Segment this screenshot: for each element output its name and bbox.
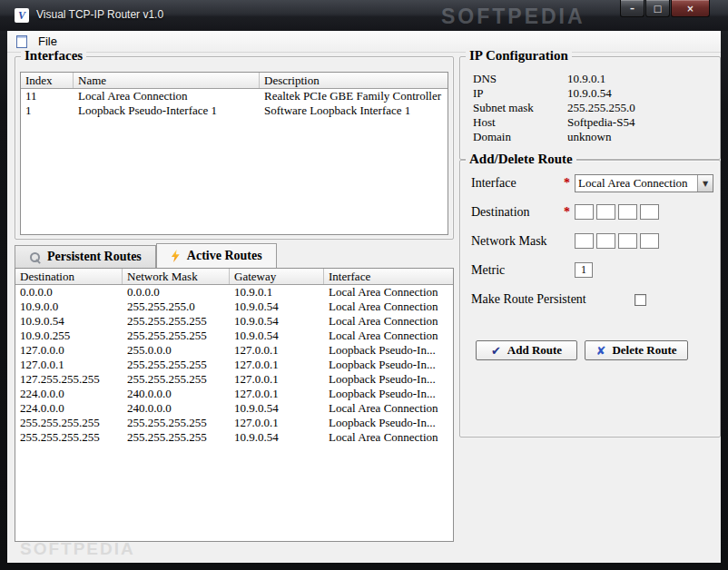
delete-route-button[interactable]: ✘ Delete Route	[585, 340, 688, 360]
route-row[interactable]: 127.0.0.0 255.0.0.0 127.0.0.1 Loopback P…	[15, 343, 453, 358]
table-cell: Loopback Pseudo-Interface 1	[74, 103, 260, 118]
client-area: File SOFTPEDIA Interfaces Index Name Des…	[7, 31, 721, 563]
chevron-down-icon[interactable]: ▼	[697, 175, 713, 192]
add-route-button[interactable]: ✔ Add Route	[476, 340, 577, 360]
table-cell: Local Area Connection	[324, 430, 453, 445]
table-cell: Loopback Pseudo-In...	[324, 343, 453, 358]
table-cell: 255.255.255.255	[123, 430, 230, 445]
interfaces-title: Interfaces	[21, 48, 86, 64]
make-route-persistent-label: Make Route Persistent	[471, 292, 586, 307]
ip-configuration-title: IP Configuration	[466, 48, 572, 64]
route-row[interactable]: 224.0.0.0 240.0.0.0 127.0.0.1 Loopback P…	[15, 387, 453, 401]
ip-field-label: Subnet mask	[473, 101, 567, 115]
ip-configuration-fields: DNS 10.9.0.1 IP 10.9.0.54 Subnet mask 25…	[473, 72, 713, 144]
route-row[interactable]: 0.0.0.0 0.0.0.0 10.9.0.1 Local Area Conn…	[15, 285, 453, 300]
ip-config-row: IP 10.9.0.54	[473, 86, 713, 101]
column-header-network-mask[interactable]: Network Mask	[123, 269, 230, 284]
route-row[interactable]: 127.0.0.1 255.255.255.255 127.0.0.1 Loop…	[15, 358, 453, 372]
table-cell: 10.9.0.1	[230, 285, 324, 300]
interface-label: Interface	[471, 176, 516, 191]
metric-input[interactable]	[575, 262, 593, 278]
magnifier-icon	[29, 251, 41, 263]
table-cell: 224.0.0.0	[15, 387, 123, 401]
table-cell: 10.9.0.54	[230, 401, 324, 416]
required-marker: *	[564, 205, 570, 220]
table-cell: Software Loopback Interface 1	[260, 103, 448, 118]
table-cell: 127.255.255.255	[15, 372, 123, 387]
table-cell: 224.0.0.0	[15, 401, 123, 416]
route-row[interactable]: 10.9.0.0 255.255.255.0 10.9.0.54 Local A…	[15, 300, 453, 314]
minimize-button[interactable]: –	[620, 0, 644, 17]
network-mask-octet-1[interactable]	[575, 233, 594, 249]
ip-field-value: unknown	[567, 130, 713, 144]
destination-octet-1[interactable]	[575, 204, 594, 220]
document-icon	[16, 35, 27, 48]
column-header-index[interactable]: Index	[21, 73, 74, 88]
table-cell: 127.0.0.1	[15, 358, 123, 372]
ip-field-value: 255.255.255.0	[567, 101, 713, 115]
table-cell: 10.9.0.54	[230, 329, 324, 343]
interface-select[interactable]: Local Area Connection ▼	[575, 174, 713, 192]
network-mask-octets	[575, 233, 659, 249]
interface-row[interactable]: 1 Loopback Pseudo-Interface 1 Software L…	[21, 103, 448, 118]
table-cell: 127.0.0.1	[230, 387, 324, 401]
destination-label: Destination	[471, 205, 530, 220]
delete-route-label: Delete Route	[612, 343, 676, 358]
ip-field-value: 10.9.0.1	[567, 72, 713, 86]
table-cell: 0.0.0.0	[123, 285, 230, 300]
routes-table-header: Destination Network Mask Gateway Interfa…	[15, 269, 453, 285]
add-route-label: Add Route	[507, 343, 562, 358]
check-icon: ✔	[491, 345, 501, 357]
table-cell: 127.0.0.0	[15, 343, 123, 358]
route-row[interactable]: 255.255.255.255 255.255.255.255 10.9.0.5…	[15, 430, 453, 445]
table-cell: Local Area Connection	[324, 300, 453, 314]
interface-row[interactable]: 11 Local Area Connection Realtek PCIe GB…	[21, 89, 448, 103]
column-header-destination[interactable]: Destination	[15, 269, 123, 284]
network-mask-octet-4[interactable]	[640, 233, 659, 249]
table-cell: 10.9.0.54	[230, 314, 324, 329]
table-cell: 255.255.255.255	[123, 329, 230, 343]
persistent-checkbox[interactable]	[635, 294, 646, 306]
routes-tabs: Persistent Routes Active Routes	[15, 243, 277, 268]
table-cell: 240.0.0.0	[123, 387, 230, 401]
destination-octet-2[interactable]	[596, 204, 615, 220]
ip-config-row: Domain unknown	[473, 130, 713, 144]
window-controls: – □ ×	[619, 0, 710, 17]
table-cell: Loopback Pseudo-In...	[324, 387, 453, 401]
maximize-button[interactable]: □	[645, 0, 670, 17]
table-cell: Local Area Connection	[324, 329, 453, 343]
route-row[interactable]: 127.255.255.255 255.255.255.255 127.0.0.…	[15, 372, 453, 387]
table-cell: 255.255.255.255	[123, 416, 230, 430]
table-cell: 127.0.0.1	[230, 343, 324, 358]
column-header-interface[interactable]: Interface	[324, 269, 453, 284]
table-cell: 1	[21, 103, 74, 118]
interfaces-table-header: Index Name Description	[21, 73, 448, 89]
table-cell: 10.9.0.54	[230, 430, 324, 445]
route-row[interactable]: 224.0.0.0 240.0.0.0 10.9.0.54 Local Area…	[15, 401, 453, 416]
tab-active-routes[interactable]: Active Routes	[156, 243, 277, 268]
lightning-icon	[171, 250, 181, 262]
table-cell: 127.0.0.1	[230, 372, 324, 387]
routes-table-body: 0.0.0.0 0.0.0.0 10.9.0.1 Local Area Conn…	[15, 285, 453, 445]
interface-select-value: Local Area Connection	[576, 176, 697, 191]
route-row[interactable]: 255.255.255.255 255.255.255.255 127.0.0.…	[15, 416, 453, 430]
ip-field-value: 10.9.0.54	[567, 86, 713, 101]
route-row[interactable]: 10.9.0.54 255.255.255.255 10.9.0.54 Loca…	[15, 314, 453, 329]
table-cell: 255.255.255.255	[123, 358, 230, 372]
close-button[interactable]: ×	[671, 0, 710, 17]
table-cell: Loopback Pseudo-In...	[324, 372, 453, 387]
column-header-description[interactable]: Description	[260, 73, 448, 88]
table-cell: 10.9.0.0	[15, 300, 123, 314]
column-header-gateway[interactable]: Gateway	[230, 269, 324, 284]
routes-table: Destination Network Mask Gateway Interfa…	[15, 268, 454, 542]
table-cell: 255.255.255.0	[123, 300, 230, 314]
tab-persistent-routes[interactable]: Persistent Routes	[15, 245, 156, 268]
network-mask-octet-3[interactable]	[618, 233, 637, 249]
destination-octet-3[interactable]	[618, 204, 637, 220]
route-row[interactable]: 10.9.0.255 255.255.255.255 10.9.0.54 Loc…	[15, 329, 453, 343]
softpedia-watermark: SOFTPEDIA	[20, 539, 135, 559]
interfaces-table: Index Name Description 11 Local Area Con…	[20, 72, 448, 235]
network-mask-octet-2[interactable]	[596, 233, 615, 249]
column-header-name[interactable]: Name	[74, 73, 260, 88]
destination-octet-4[interactable]	[640, 204, 659, 220]
